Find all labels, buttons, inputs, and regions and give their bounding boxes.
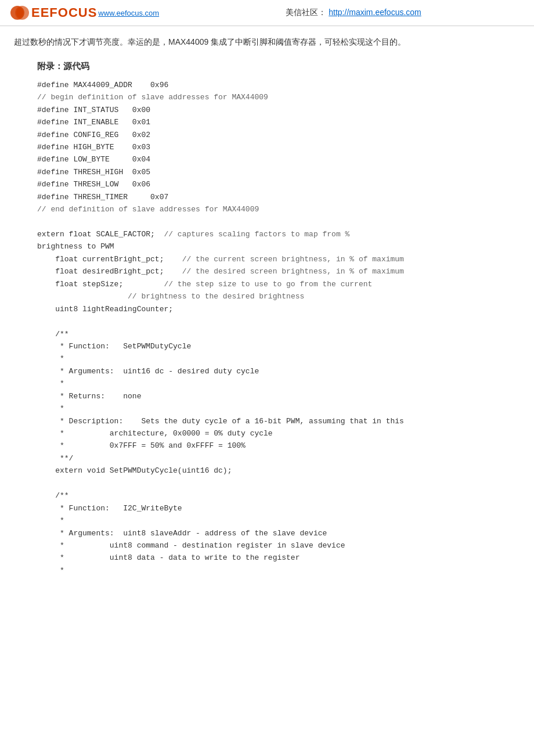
eefocus-logo-icon	[9, 5, 30, 21]
logo-text: EEFOCUS	[31, 5, 97, 20]
community-link[interactable]: http://maxim.eefocus.com	[329, 8, 421, 17]
svg-point-2	[16, 8, 23, 18]
intro-paragraph: 超过数秒的情况下才调节亮度。幸运的是，MAX44009 集成了中断引脚和阈值寄存…	[14, 35, 520, 49]
website-link[interactable]: www.eefocus.com	[98, 9, 159, 17]
section-title: 附录：源代码	[37, 61, 520, 72]
code-line-1: #define MAX44009_ADDR 0x96 // begin defi…	[37, 81, 404, 575]
code-block: #define MAX44009_ADDR 0x96 // begin defi…	[37, 79, 520, 589]
main-content: 超过数秒的情况下才调节亮度。幸运的是，MAX44009 集成了中断引脚和阈值寄存…	[0, 26, 534, 603]
community-label: 美信社区：	[286, 8, 326, 17]
page-header: EEFOCUS www.eefocus.com 美信社区： http://max…	[0, 0, 534, 26]
header-community: 美信社区： http://maxim.eefocus.com	[182, 8, 525, 18]
logo-area: EEFOCUS www.eefocus.com	[9, 5, 159, 21]
